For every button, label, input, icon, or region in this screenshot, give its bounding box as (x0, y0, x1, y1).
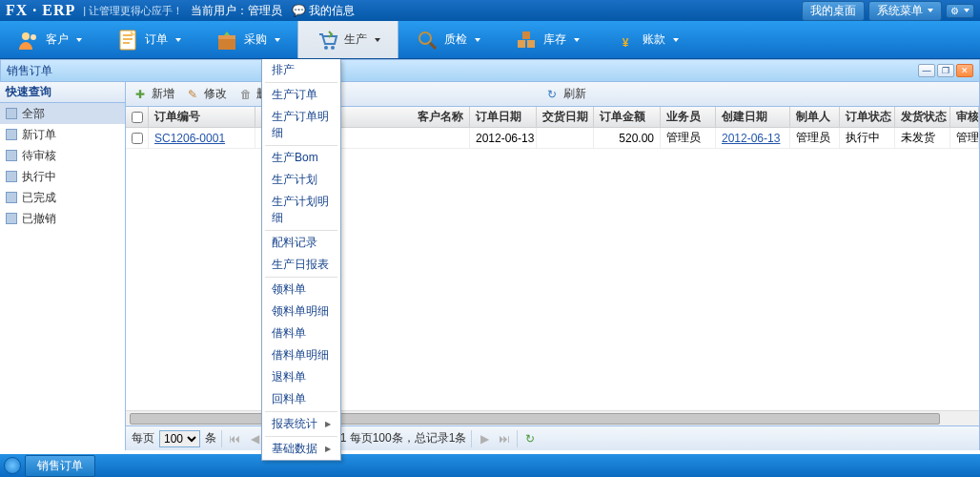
col-order-status[interactable]: 订单状态 (840, 107, 895, 127)
list-icon (6, 150, 17, 161)
edit-button[interactable]: ✎修改 (182, 84, 233, 104)
main-panel: ✚新增 ✎修改 🗑删除 ↻刷新 订单编号 客户名称 订单日期 交货日期 订单金额… (126, 82, 980, 450)
people-icon (17, 29, 40, 52)
main-toolbar: 客户 订单 采购 生产 质检 库存 ¥ 账款 (0, 21, 980, 59)
dd-prod-plan-detail[interactable]: 生产计划明细 (262, 191, 340, 229)
toolbar-purchase[interactable]: 采购 (198, 21, 297, 58)
toolbar-finance[interactable]: ¥ 账款 (597, 21, 696, 58)
slogan: | 让管理更得心应手！ (83, 4, 183, 18)
toolbar-qc[interactable]: 质检 (398, 21, 498, 58)
minimize-button[interactable]: — (918, 64, 935, 77)
svg-point-1 (31, 34, 36, 40)
date-link[interactable]: 2012-06-13 (722, 132, 780, 145)
col-order-no[interactable]: 订单编号 (149, 107, 255, 127)
col-amount[interactable]: 订单金额 (594, 107, 661, 127)
start-button[interactable] (4, 457, 21, 474)
production-dropdown: 排产 生产订单 生产订单明细 生产Bom 生产计划 生产计划明细 配料记录 生产… (261, 59, 341, 461)
table-row[interactable]: SC1206-0001 C 2012-06-13 520.00 管理员 2012… (126, 128, 979, 149)
refresh-page-button[interactable]: ↻ (522, 431, 538, 446)
dd-report-stats[interactable]: 报表统计▶ (262, 413, 340, 435)
prev-page-button[interactable]: ◀ (247, 431, 262, 446)
dd-daily-report[interactable]: 生产日报表 (262, 254, 340, 276)
my-desktop-button[interactable]: 我的桌面 (802, 1, 865, 21)
svg-rect-9 (527, 40, 535, 48)
cart-icon (316, 29, 338, 52)
col-create-date[interactable]: 创建日期 (716, 107, 790, 127)
dd-scheduling[interactable]: 排产 (262, 59, 340, 81)
system-menu-button[interactable]: 系统菜单 (868, 1, 942, 21)
dd-back-list[interactable]: 回料单 (262, 388, 340, 410)
chat-icon: 💬 (292, 4, 306, 17)
toolbar-order[interactable]: 订单 (99, 21, 198, 58)
toolbar-customer[interactable]: 客户 (0, 21, 99, 58)
boxes-icon (515, 29, 538, 52)
taskbar: 销售订单 (0, 454, 980, 477)
dd-base-data[interactable]: 基础数据▶ (262, 438, 340, 460)
dd-borrow-list[interactable]: 借料单 (262, 322, 340, 344)
sidebar-item-new[interactable]: 新订单 (0, 124, 125, 145)
horizontal-scrollbar[interactable] (126, 410, 979, 425)
page-size-select[interactable]: 100 (159, 430, 200, 447)
close-button[interactable]: ✕ (956, 64, 973, 77)
col-salesman[interactable]: 业务员 (661, 107, 716, 127)
order-link[interactable]: SC1206-0001 (154, 132, 225, 145)
col-delivery-date[interactable]: 交货日期 (537, 107, 594, 127)
toolbar-production[interactable]: 生产 (297, 21, 398, 58)
settings-button[interactable]: ⚙ (946, 4, 974, 18)
gear-icon: ⚙ (950, 6, 959, 16)
last-page-button[interactable]: ⏭ (497, 431, 512, 446)
dd-prod-plan[interactable]: 生产计划 (262, 169, 340, 191)
sidebar-item-all[interactable]: 全部 (0, 103, 125, 124)
sidebar-item-running[interactable]: 执行中 (0, 166, 125, 187)
add-button[interactable]: ✚新增 (130, 84, 180, 104)
svg-point-7 (419, 32, 431, 44)
sidebar-item-pending[interactable]: 待审核 (0, 145, 125, 166)
yen-icon: ¥ (614, 29, 637, 52)
current-user: 当前用户：管理员 (191, 3, 282, 19)
magnifier-icon (416, 29, 439, 52)
dd-batching-record[interactable]: 配料记录 (262, 232, 340, 254)
col-order-date[interactable]: 订单日期 (470, 107, 537, 127)
list-icon (6, 171, 17, 182)
dd-prod-order-detail[interactable]: 生产订单明细 (262, 106, 340, 144)
list-icon (6, 192, 17, 203)
select-all-checkbox[interactable] (132, 112, 143, 123)
dd-prod-order[interactable]: 生产订单 (262, 84, 340, 106)
document-icon (116, 29, 139, 52)
box-icon (215, 29, 238, 52)
svg-point-0 (22, 32, 30, 40)
sidebar: 快速查询 全部 新订单 待审核 执行中 已完成 已撤销 (0, 82, 126, 450)
col-maker[interactable]: 制单人 (790, 107, 840, 127)
refresh-icon: ↻ (547, 88, 561, 101)
svg-point-6 (331, 46, 335, 50)
dd-pick-list[interactable]: 领料单 (262, 279, 340, 301)
dd-borrow-list-detail[interactable]: 借料单明细 (262, 344, 340, 366)
row-checkbox[interactable] (132, 133, 143, 144)
svg-rect-4 (218, 35, 235, 39)
list-icon (6, 108, 17, 119)
col-audit[interactable]: 审核 (950, 107, 979, 127)
dd-prod-bom[interactable]: 生产Bom (262, 147, 340, 169)
dd-return-list[interactable]: 退料单 (262, 366, 340, 388)
taskbar-task[interactable]: 销售订单 (25, 455, 95, 477)
svg-rect-8 (518, 40, 525, 48)
first-page-button[interactable]: ⏮ (227, 431, 242, 446)
panel-title: 销售订单 (7, 63, 52, 79)
next-page-button[interactable]: ▶ (477, 431, 492, 446)
dd-pick-list-detail[interactable]: 领料单明细 (262, 301, 340, 322)
sidebar-title: 快速查询 (0, 82, 125, 103)
panel-header: 销售订单 — ❐ ✕ (0, 59, 980, 82)
paging-bar: 每页 100 条 ⏮ ◀ 当前 / 1 每页100条，总记录1条 ▶ ⏭ ↻ (126, 425, 979, 450)
maximize-button[interactable]: ❐ (937, 64, 954, 77)
toolbar-inventory[interactable]: 库存 (498, 21, 597, 58)
col-ship-status[interactable]: 发货状态 (895, 107, 950, 127)
trash-icon: 🗑 (240, 88, 254, 101)
sidebar-item-done[interactable]: 已完成 (0, 187, 125, 208)
refresh-button[interactable]: ↻刷新 (541, 84, 592, 104)
svg-rect-10 (522, 31, 530, 39)
sidebar-item-cancelled[interactable]: 已撤销 (0, 208, 125, 229)
my-messages-link[interactable]: 💬 我的信息 (292, 3, 355, 19)
chevron-down-icon (928, 9, 933, 12)
svg-rect-3 (218, 38, 235, 50)
svg-point-5 (324, 46, 328, 50)
